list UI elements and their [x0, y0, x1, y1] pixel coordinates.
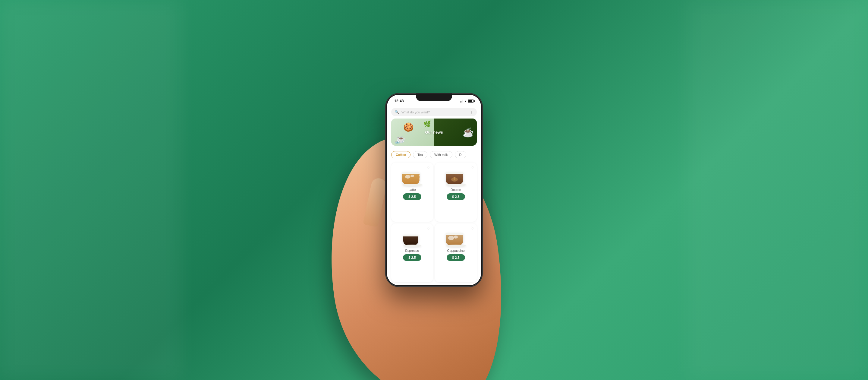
cappuccino-foam-2	[454, 236, 458, 239]
bg-decoration-left	[0, 0, 181, 380]
latte-cup	[402, 172, 423, 186]
latte-liquid	[402, 174, 420, 184]
latte-art-svg	[450, 175, 459, 182]
latte-cup-body	[402, 172, 420, 184]
espresso-name: Espresso	[405, 249, 419, 253]
status-time: 12:48	[394, 99, 404, 103]
double-price-button[interactable]: $ 2.5	[447, 193, 465, 200]
scene: 12:48 ▾	[0, 0, 868, 380]
foam-2	[410, 175, 414, 177]
product-card-cappuccino: ♡	[435, 224, 477, 283]
cappuccino-handle	[463, 236, 463, 240]
product-card-espresso: ♡ Espresso	[391, 224, 433, 283]
leaf-icon: 🌿	[424, 120, 431, 127]
latte-handle	[419, 175, 420, 179]
latte-image	[399, 165, 426, 186]
espresso-price-button[interactable]: $ 2.5	[403, 254, 421, 261]
battery-fill	[468, 100, 472, 102]
espresso-favorite-button[interactable]: ♡	[427, 226, 431, 231]
espresso-image	[399, 226, 426, 247]
double-liquid	[446, 174, 463, 184]
cappuccino-foam-1	[448, 236, 454, 240]
tab-tea[interactable]: Tea	[413, 151, 427, 158]
tab-d[interactable]: D	[455, 151, 466, 158]
phone-frame: 12:48 ▾	[386, 93, 482, 287]
mic-icon[interactable]: 🎙	[470, 110, 473, 114]
wifi-icon: ▾	[465, 99, 466, 103]
bg-decoration-right	[687, 0, 868, 380]
cappuccino-image	[442, 226, 470, 247]
cappuccino-cup-body	[446, 233, 463, 245]
double-cup-body	[446, 172, 463, 184]
espresso-cup	[403, 235, 421, 247]
banner[interactable]: 🍶 🌿 ☕ 🍪 ☕ Our news	[391, 119, 477, 146]
double-favorite-button[interactable]: ♡	[470, 165, 474, 170]
search-bar[interactable]: 🔍 What do you want? 🎙	[391, 108, 477, 116]
double-cup	[446, 172, 466, 186]
foam-1	[405, 175, 410, 179]
double-saucer	[446, 184, 466, 186]
double-name: Double	[451, 188, 461, 192]
latte-saucer	[402, 184, 423, 186]
product-card-latte: ♡	[391, 163, 433, 222]
banner-title: Our news	[425, 130, 443, 135]
app-content: 🔍 What do you want? 🎙 🍶 🌿	[387, 106, 481, 285]
double-image	[442, 165, 470, 186]
banner-section: 🍶 🌿 ☕ 🍪 ☕ Our news	[387, 119, 481, 149]
products-grid: ♡	[387, 161, 481, 285]
cookie-icon: 🍪	[403, 122, 414, 132]
double-handle	[463, 175, 463, 179]
cappuccino-favorite-button[interactable]: ♡	[470, 226, 474, 231]
search-bar-wrapper: 🔍 What do you want? 🎙	[387, 106, 481, 119]
screen: 12:48 ▾	[387, 95, 481, 285]
cappuccino-name: Cappuccino	[447, 249, 464, 253]
latte-price-button[interactable]: $ 2.5	[403, 193, 421, 200]
status-icons: ▾	[460, 99, 474, 103]
cappuccino-price-button[interactable]: $ 2.5	[447, 254, 465, 261]
cappuccino-liquid	[446, 235, 463, 245]
espresso-cup-body	[403, 235, 418, 245]
category-tabs: Coffee Tea With milk D	[387, 149, 481, 161]
tab-with-milk[interactable]: With milk	[430, 151, 453, 158]
tab-coffee[interactable]: Coffee	[391, 151, 410, 158]
coffee-beans-icon: ☕	[397, 136, 405, 143]
espresso-saucer	[403, 244, 421, 247]
cappuccino-cup	[446, 233, 466, 247]
espresso-liquid	[403, 236, 418, 245]
latte-name: Latte	[408, 188, 415, 192]
cappuccino-saucer	[446, 244, 466, 247]
notch	[416, 93, 452, 101]
latte-favorite-button[interactable]: ♡	[427, 165, 431, 170]
espresso-handle	[418, 237, 418, 242]
battery-icon	[468, 99, 474, 103]
signal-icon	[460, 99, 463, 103]
search-icon: 🔍	[395, 110, 399, 114]
product-card-double: ♡	[435, 163, 477, 222]
search-input[interactable]: What do you want?	[401, 110, 467, 114]
